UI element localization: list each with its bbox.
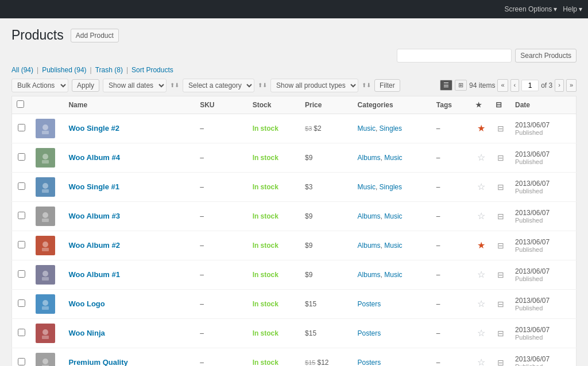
row-checkbox[interactable] (18, 124, 25, 131)
first-page-button[interactable]: « (497, 79, 508, 91)
apply-button[interactable]: Apply (72, 79, 99, 92)
type-grid-icon: ⊟ (497, 212, 504, 221)
product-name-link[interactable]: Woo Album #4 (68, 153, 120, 162)
search-products-button[interactable]: Search Products (515, 49, 577, 63)
product-tags: – (432, 289, 471, 318)
product-name-link[interactable]: Woo Ninja (68, 329, 105, 337)
product-type-icon: ⊟ (491, 289, 510, 318)
product-featured[interactable]: ☆ (471, 172, 490, 201)
product-thumbnail (31, 260, 64, 289)
grid-view-button[interactable]: ⊞ (455, 80, 467, 91)
featured-star-empty-icon[interactable]: ☆ (477, 270, 485, 279)
product-featured[interactable]: ☆ (471, 201, 490, 231)
svg-point-13 (42, 242, 48, 247)
product-name-link[interactable]: Woo Album #2 (68, 241, 120, 250)
product-featured[interactable]: ☆ (471, 260, 490, 289)
sort-products-link[interactable]: Sort Products (131, 66, 173, 74)
add-product-button[interactable]: Add Product (71, 29, 119, 42)
row-checkbox[interactable] (18, 329, 25, 336)
row-checkbox[interactable] (18, 153, 25, 161)
row-checkbox[interactable] (18, 241, 25, 248)
category-filter-select[interactable]: Select a category (183, 79, 254, 92)
product-date: 2013/06/07Published (510, 143, 576, 172)
product-name-link[interactable]: Woo Logo (68, 299, 105, 308)
product-categories: Albums, Music (353, 231, 432, 260)
product-name-link[interactable]: Woo Album #3 (68, 212, 120, 220)
product-name-link[interactable]: Woo Single #1 (68, 182, 119, 191)
screen-options-btn[interactable]: Screen Options ▾ (505, 5, 558, 13)
product-type-filter-select[interactable]: Show all product types (270, 79, 358, 92)
product-stock: In stock (248, 172, 300, 201)
product-price: $9 (300, 143, 353, 172)
table-row: Woo Single #1–In stock$3Music, Singles–☆… (12, 172, 577, 201)
current-page-input[interactable] (521, 80, 539, 91)
filter-button[interactable]: Filter (374, 79, 400, 92)
next-page-button[interactable]: › (555, 79, 564, 91)
product-featured[interactable]: ★ (471, 231, 490, 260)
product-featured[interactable]: ☆ (471, 289, 490, 318)
featured-star-empty-icon[interactable]: ☆ (477, 153, 485, 162)
featured-star-empty-icon[interactable]: ☆ (477, 357, 485, 366)
product-featured[interactable]: ☆ (471, 143, 490, 172)
featured-star-empty-icon[interactable]: ☆ (477, 211, 485, 221)
product-date: 2013/06/07Published (510, 318, 576, 348)
product-featured[interactable]: ☆ (471, 318, 490, 348)
row-checkbox[interactable] (18, 212, 25, 219)
status-badge: Published (515, 217, 571, 224)
table-row: Woo Single #2–In stock$3$2Music, Singles… (12, 114, 577, 143)
product-featured[interactable]: ☆ (471, 348, 490, 366)
help-btn[interactable]: Help ▾ (563, 5, 582, 13)
dates-filter-select[interactable]: Show all dates (103, 79, 167, 92)
product-stock: In stock (248, 348, 300, 366)
list-view-button[interactable]: ☰ (440, 80, 452, 91)
prev-page-button[interactable]: ‹ (510, 79, 520, 91)
bulk-actions-select[interactable]: Bulk Actions (11, 79, 68, 92)
product-featured[interactable]: ★ (471, 114, 490, 143)
product-categories: Posters (353, 289, 432, 318)
product-type-sort-icon: ⬆⬇ (362, 82, 371, 88)
product-stock: In stock (248, 231, 300, 260)
status-badge: Published (515, 129, 571, 136)
product-tags: – (432, 114, 471, 143)
row-checkbox[interactable] (18, 358, 25, 365)
product-date: 2013/06/07Published (510, 231, 576, 260)
type-grid-icon: ⊟ (497, 182, 504, 192)
table-row: Woo Logo–In stock$15Posters–☆⊟2013/06/07… (12, 289, 577, 318)
col-type: ⊟ (491, 96, 510, 114)
last-page-button[interactable]: » (566, 79, 577, 91)
product-thumbnail (31, 289, 64, 318)
filter-published-link[interactable]: Published (94) (42, 66, 86, 74)
product-name-link[interactable]: Premium Quality (68, 358, 127, 366)
filter-sep-2: | (90, 66, 92, 74)
product-stock: In stock (248, 114, 300, 143)
product-sku: – (195, 318, 247, 348)
product-name-link[interactable]: Woo Album #1 (68, 270, 120, 279)
select-all-checkbox[interactable] (17, 100, 24, 108)
product-sku: – (195, 172, 247, 201)
product-price: $9 (300, 231, 353, 260)
row-checkbox[interactable] (18, 299, 25, 307)
featured-star-empty-icon[interactable]: ☆ (477, 182, 485, 192)
product-stock: In stock (248, 260, 300, 289)
product-name-link[interactable]: Woo Single #2 (68, 124, 119, 133)
featured-star-filled-icon[interactable]: ★ (477, 240, 485, 250)
featured-star-empty-icon[interactable]: ☆ (477, 328, 485, 338)
type-grid-icon: ⊟ (497, 299, 504, 309)
table-header-row: Name SKU Stock Price Categories Tags ★ ⊟… (12, 96, 577, 114)
search-input[interactable] (397, 49, 512, 63)
product-type-icon: ⊟ (491, 318, 510, 348)
product-thumbnail (31, 318, 64, 348)
table-row: Woo Ninja–In stock$15Posters–☆⊟2013/06/0… (12, 318, 577, 348)
col-name[interactable]: Name (64, 96, 195, 114)
type-grid-icon: ⊟ (497, 358, 504, 366)
filter-trash-link[interactable]: Trash (8) (95, 66, 123, 74)
row-checkbox[interactable] (18, 270, 25, 278)
toolbar-right: ☰ ⊞ 94 items « ‹ of 3 › » (440, 79, 577, 91)
row-checkbox[interactable] (18, 182, 25, 190)
featured-star-filled-icon[interactable]: ★ (477, 123, 485, 133)
featured-star-empty-icon[interactable]: ☆ (477, 299, 485, 309)
product-type-icon: ⊟ (491, 348, 510, 366)
product-thumbnail (31, 172, 64, 201)
date-value: 2013/06/07 (515, 121, 571, 129)
filter-all-link[interactable]: All (94) (11, 66, 33, 74)
